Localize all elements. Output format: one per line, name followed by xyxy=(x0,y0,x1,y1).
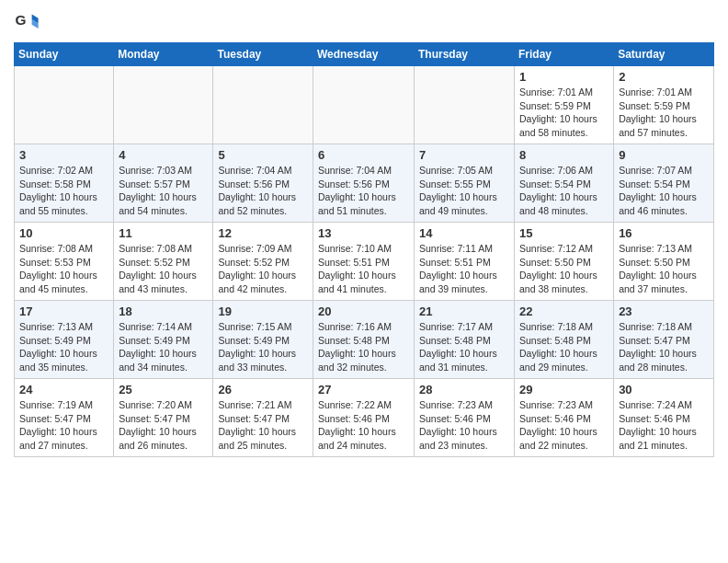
day-info: Sunrise: 7:21 AMSunset: 5:47 PMDaylight:… xyxy=(218,398,308,453)
calendar-cell: 17Sunrise: 7:13 AMSunset: 5:49 PMDayligh… xyxy=(15,301,114,379)
weekday-header-row: SundayMondayTuesdayWednesdayThursdayFrid… xyxy=(15,43,714,66)
day-info: Sunrise: 7:20 AMSunset: 5:47 PMDaylight:… xyxy=(119,398,208,453)
calendar-cell: 10Sunrise: 7:08 AMSunset: 5:53 PMDayligh… xyxy=(15,223,114,301)
calendar-cell: 23Sunrise: 7:18 AMSunset: 5:47 PMDayligh… xyxy=(614,301,714,379)
weekday-header-wednesday: Wednesday xyxy=(313,43,415,66)
calendar-cell: 9Sunrise: 7:07 AMSunset: 5:54 PMDaylight… xyxy=(614,144,714,223)
calendar-cell: 28Sunrise: 7:23 AMSunset: 5:46 PMDayligh… xyxy=(415,379,515,457)
logo: G xyxy=(14,9,43,35)
day-info: Sunrise: 7:15 AMSunset: 5:49 PMDaylight:… xyxy=(218,320,308,374)
day-number: 15 xyxy=(519,226,609,240)
day-number: 28 xyxy=(419,383,509,396)
week-row-2: 3Sunrise: 7:02 AMSunset: 5:58 PMDaylight… xyxy=(15,144,714,223)
calendar-cell: 13Sunrise: 7:10 AMSunset: 5:51 PMDayligh… xyxy=(313,223,415,301)
calendar-cell: 6Sunrise: 7:04 AMSunset: 5:56 PMDaylight… xyxy=(313,144,415,223)
day-info: Sunrise: 7:14 AMSunset: 5:49 PMDaylight:… xyxy=(119,320,208,374)
day-number: 7 xyxy=(419,148,509,162)
weekday-header-saturday: Saturday xyxy=(614,43,714,66)
calendar-cell xyxy=(15,66,114,144)
day-number: 3 xyxy=(19,148,108,162)
weekday-header-monday: Monday xyxy=(114,43,213,66)
day-info: Sunrise: 7:08 AMSunset: 5:52 PMDaylight:… xyxy=(119,242,208,296)
day-number: 23 xyxy=(619,304,709,318)
calendar-cell: 24Sunrise: 7:19 AMSunset: 5:47 PMDayligh… xyxy=(15,379,114,457)
day-info: Sunrise: 7:05 AMSunset: 5:55 PMDaylight:… xyxy=(419,164,509,218)
calendar-cell xyxy=(114,66,213,144)
calendar-cell: 27Sunrise: 7:22 AMSunset: 5:46 PMDayligh… xyxy=(313,379,415,457)
day-info: Sunrise: 7:13 AMSunset: 5:49 PMDaylight:… xyxy=(19,320,108,374)
day-info: Sunrise: 7:16 AMSunset: 5:48 PMDaylight:… xyxy=(318,320,409,374)
calendar-cell: 2Sunrise: 7:01 AMSunset: 5:59 PMDaylight… xyxy=(614,66,714,144)
day-number: 6 xyxy=(318,148,409,162)
day-number: 25 xyxy=(119,383,208,396)
day-info: Sunrise: 7:07 AMSunset: 5:54 PMDaylight:… xyxy=(619,164,709,218)
calendar-cell: 21Sunrise: 7:17 AMSunset: 5:48 PMDayligh… xyxy=(415,301,515,379)
day-number: 26 xyxy=(218,383,308,396)
calendar-cell: 26Sunrise: 7:21 AMSunset: 5:47 PMDayligh… xyxy=(213,379,313,457)
calendar-cell: 5Sunrise: 7:04 AMSunset: 5:56 PMDaylight… xyxy=(213,144,313,223)
calendar-cell: 12Sunrise: 7:09 AMSunset: 5:52 PMDayligh… xyxy=(213,223,313,301)
week-row-3: 10Sunrise: 7:08 AMSunset: 5:53 PMDayligh… xyxy=(15,223,714,301)
calendar-cell: 3Sunrise: 7:02 AMSunset: 5:58 PMDaylight… xyxy=(15,144,114,223)
week-row-1: 1Sunrise: 7:01 AMSunset: 5:59 PMDaylight… xyxy=(15,66,714,144)
calendar-cell: 4Sunrise: 7:03 AMSunset: 5:57 PMDaylight… xyxy=(114,144,213,223)
calendar-cell xyxy=(415,66,515,144)
day-number: 12 xyxy=(218,226,308,240)
day-number: 2 xyxy=(619,70,709,84)
week-row-4: 17Sunrise: 7:13 AMSunset: 5:49 PMDayligh… xyxy=(15,301,714,379)
calendar-cell: 18Sunrise: 7:14 AMSunset: 5:49 PMDayligh… xyxy=(114,301,213,379)
calendar-table: SundayMondayTuesdayWednesdayThursdayFrid… xyxy=(14,42,714,457)
day-number: 30 xyxy=(619,383,709,396)
day-info: Sunrise: 7:24 AMSunset: 5:46 PMDaylight:… xyxy=(619,398,709,453)
day-number: 8 xyxy=(519,148,609,162)
day-number: 21 xyxy=(419,304,509,318)
day-info: Sunrise: 7:12 AMSunset: 5:50 PMDaylight:… xyxy=(519,242,609,296)
weekday-header-friday: Friday xyxy=(515,43,614,66)
day-number: 16 xyxy=(619,226,709,240)
day-info: Sunrise: 7:06 AMSunset: 5:54 PMDaylight:… xyxy=(519,164,609,218)
calendar-cell: 1Sunrise: 7:01 AMSunset: 5:59 PMDaylight… xyxy=(515,66,614,144)
logo-icon: G xyxy=(14,9,40,35)
day-number: 29 xyxy=(519,383,609,396)
day-number: 11 xyxy=(119,226,208,240)
day-number: 1 xyxy=(519,70,609,84)
day-number: 18 xyxy=(119,304,208,318)
svg-text:G: G xyxy=(15,12,26,28)
day-number: 13 xyxy=(318,226,409,240)
weekday-header-thursday: Thursday xyxy=(415,43,515,66)
day-number: 9 xyxy=(619,148,709,162)
weekday-header-tuesday: Tuesday xyxy=(213,43,313,66)
day-info: Sunrise: 7:17 AMSunset: 5:48 PMDaylight:… xyxy=(419,320,509,374)
calendar-cell: 14Sunrise: 7:11 AMSunset: 5:51 PMDayligh… xyxy=(415,223,515,301)
day-info: Sunrise: 7:10 AMSunset: 5:51 PMDaylight:… xyxy=(318,242,409,296)
day-number: 27 xyxy=(318,383,409,396)
calendar-cell xyxy=(313,66,415,144)
day-info: Sunrise: 7:08 AMSunset: 5:53 PMDaylight:… xyxy=(19,242,108,296)
day-info: Sunrise: 7:04 AMSunset: 5:56 PMDaylight:… xyxy=(318,164,409,218)
day-number: 22 xyxy=(519,304,609,318)
day-info: Sunrise: 7:18 AMSunset: 5:48 PMDaylight:… xyxy=(519,320,609,374)
calendar-cell: 8Sunrise: 7:06 AMSunset: 5:54 PMDaylight… xyxy=(515,144,614,223)
day-info: Sunrise: 7:11 AMSunset: 5:51 PMDaylight:… xyxy=(419,242,509,296)
day-number: 19 xyxy=(218,304,308,318)
calendar-cell: 15Sunrise: 7:12 AMSunset: 5:50 PMDayligh… xyxy=(515,223,614,301)
day-number: 17 xyxy=(19,304,108,318)
day-number: 5 xyxy=(218,148,308,162)
day-number: 24 xyxy=(19,383,108,396)
day-info: Sunrise: 7:01 AMSunset: 5:59 PMDaylight:… xyxy=(619,86,709,140)
calendar-cell: 7Sunrise: 7:05 AMSunset: 5:55 PMDaylight… xyxy=(415,144,515,223)
header: G xyxy=(14,9,714,35)
day-number: 10 xyxy=(19,226,108,240)
day-number: 20 xyxy=(318,304,409,318)
day-info: Sunrise: 7:13 AMSunset: 5:50 PMDaylight:… xyxy=(619,242,709,296)
day-info: Sunrise: 7:19 AMSunset: 5:47 PMDaylight:… xyxy=(19,398,108,453)
day-info: Sunrise: 7:01 AMSunset: 5:59 PMDaylight:… xyxy=(519,86,609,140)
day-info: Sunrise: 7:23 AMSunset: 5:46 PMDaylight:… xyxy=(519,398,609,453)
calendar-cell xyxy=(213,66,313,144)
day-number: 4 xyxy=(119,148,208,162)
calendar-cell: 11Sunrise: 7:08 AMSunset: 5:52 PMDayligh… xyxy=(114,223,213,301)
calendar-cell: 19Sunrise: 7:15 AMSunset: 5:49 PMDayligh… xyxy=(213,301,313,379)
day-info: Sunrise: 7:09 AMSunset: 5:52 PMDaylight:… xyxy=(218,242,308,296)
calendar-cell: 16Sunrise: 7:13 AMSunset: 5:50 PMDayligh… xyxy=(614,223,714,301)
calendar-cell: 30Sunrise: 7:24 AMSunset: 5:46 PMDayligh… xyxy=(614,379,714,457)
